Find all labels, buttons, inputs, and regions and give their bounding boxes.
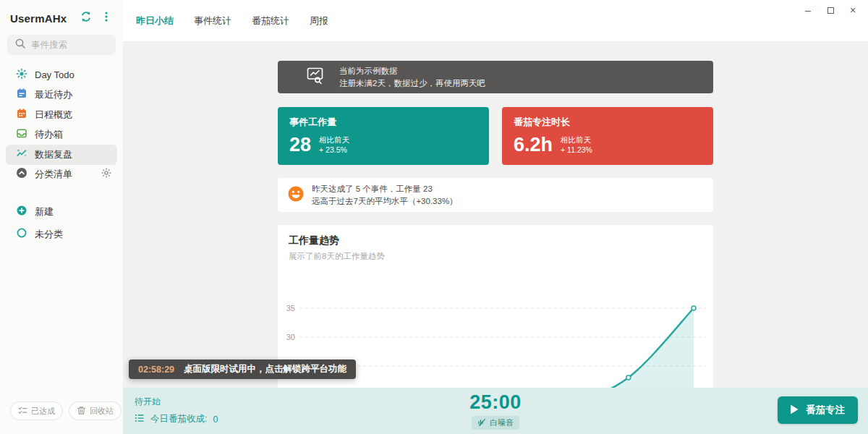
tabs-bar: 昨日小结 事件统计 番茄统计 周报 – × [123,0,868,41]
sidebar-item-label: 待办箱 [35,128,63,141]
plus-circle-icon [16,205,27,219]
sample-data-banner: 当前为示例数据 注册未满2天，数据过少，再使用两天吧 [278,61,713,93]
tab-pomodoro-stats[interactable]: 番茄统计 [250,12,291,30]
trash-icon [77,406,86,417]
sidebar-item-label: 最近待办 [35,88,72,101]
tab-event-stats[interactable]: 事件统计 [192,12,233,30]
summary-card: 昨天达成了 5 个事件，工作量 23 远高于过去7天的平均水平（+30.33%） [278,178,713,212]
sun-icon [16,68,27,82]
play-icon [791,404,799,417]
calendar-orange-icon [16,108,27,122]
sidebar-header: UsermAHx [0,0,123,25]
trial-message: 桌面版限时试用中，点击解锁跨平台功能 [184,363,346,375]
white-noise-toggle[interactable]: 白噪音 [472,416,519,430]
sidebar-categories: 新建 未分类 [0,200,123,245]
category-item-label: 新建 [35,205,54,218]
sidebar-item-label: 分类清单 [35,168,72,181]
sidebar-item-day-todo[interactable]: Day Todo [6,65,117,85]
smiley-icon [288,186,304,205]
close-button[interactable]: × [848,5,858,15]
app-title: UsermAHx [10,12,72,25]
kebab-menu-icon [101,11,112,25]
checklist-icon [18,406,27,417]
app-window: UsermAHx Day Todo [0,0,868,434]
harvest-count: 0 [213,414,218,425]
harvest-label: 今日番茄收成: [150,413,207,425]
tab-weekly-report[interactable]: 周报 [308,12,330,30]
maximize-button[interactable] [825,5,835,15]
start-focus-button[interactable]: 番茄专注 [778,396,858,424]
trial-countdown: 02:58:29 [138,365,174,375]
tab-yesterday-summary[interactable]: 昨日小结 [135,12,175,30]
timer-block: 25:00 白噪音 [469,391,522,430]
recycle-bin-button[interactable]: 回收站 [69,401,122,420]
calendar-blue-icon [16,88,27,102]
inbox-green-icon [16,127,27,142]
harvest-list-icon [135,413,145,425]
recycle-bin-label: 回收站 [90,406,114,417]
chart-title: 工作量趋势 [289,234,713,247]
maximize-icon [827,7,834,14]
pomodoro-bar: 待开始 今日番茄收成: 0 25:00 白噪音 番茄专注 [123,388,868,434]
white-noise-label: 白噪音 [490,417,514,428]
stat-value: 6.2h [514,135,553,155]
banner-line1: 当前为示例数据 [339,65,485,77]
sync-icon [80,11,92,25]
sidebar: UsermAHx Day Todo [0,0,123,434]
timer-display: 25:00 [469,391,522,414]
category-item-label: 未分类 [35,228,63,241]
window-controls: – × [803,0,862,20]
svg-text:35: 35 [286,304,295,312]
trend-sparkle-icon [16,148,27,162]
sidebar-footer: 已达成 回收站 [0,388,123,434]
stat-card-focus-duration: 番茄专注时长 6.2h 相比前天 + 11.23% [502,107,713,165]
sidebar-item-data-review[interactable]: 数据复盘 [6,145,117,165]
chart-magnifier-icon [305,66,325,88]
sidebar-item-label: 日程概览 [35,109,72,122]
achieved-button[interactable]: 已达成 [10,401,63,420]
achieved-label: 已达成 [31,406,55,417]
sidebar-item-label: 数据复盘 [35,148,72,161]
sidebar-item-schedule-overview[interactable]: 日程概览 [6,105,117,125]
search-input[interactable] [31,40,110,50]
sidebar-item-todo-inbox[interactable]: 待办箱 [6,125,117,145]
sidebar-item-recent-todos[interactable]: 最近待办 [6,85,117,106]
stat-card-event-workload: 事件工作量 28 相比前天 + 23.5% [278,107,489,165]
summary-line1: 昨天达成了 5 个事件，工作量 23 [312,183,458,195]
content: 当前为示例数据 注册未满2天，数据过少，再使用两天吧 事件工作量 28 相比前天… [123,61,868,434]
search-icon [14,38,26,52]
stat-compare-label: 相比前天 [561,135,592,145]
chart-subtitle: 展示了前8天的工作量趋势 [289,251,713,262]
summary-line2: 远高于过去7天的平均水平（+30.33%） [312,195,458,207]
pomodoro-status: 待开始 今日番茄收成: 0 [135,396,218,425]
sidebar-item-label: Day Todo [35,69,75,80]
sidebar-item-category-list[interactable]: 分类清单 [6,165,117,185]
circle-outline-icon [16,227,27,242]
gear-icon [101,167,112,182]
category-item-new[interactable]: 新建 [6,200,117,223]
stat-cards-row: 事件工作量 28 相比前天 + 23.5% 番茄专注时长 6.2h [278,107,713,165]
search-box[interactable] [7,35,116,55]
start-focus-label: 番茄专注 [806,404,845,417]
kebab-menu-button[interactable] [100,12,113,25]
stat-compare-value: + 23.5% [319,145,349,156]
stat-compare-label: 相比前天 [319,135,349,145]
stat-title: 番茄专注时长 [514,116,702,129]
collapse-circle-icon [16,167,27,182]
stat-value: 28 [289,135,311,155]
category-item-uncategorized[interactable]: 未分类 [6,223,117,245]
svg-text:30: 30 [286,333,295,341]
muted-sound-icon [477,418,486,428]
category-settings-button[interactable] [100,168,113,181]
stat-title: 事件工作量 [289,116,477,129]
sidebar-nav: Day Todo 最近待办 日程概览 待办箱 数据复盘 分类清单 [0,65,123,184]
stat-compare-value: + 11.23% [561,145,592,156]
banner-line2: 注册未满2天，数据过少，再使用两天吧 [339,77,485,90]
trial-unlock-tooltip[interactable]: 02:58:29 桌面版限时试用中，点击解锁跨平台功能 [129,359,356,379]
sync-button[interactable] [80,12,93,25]
main-area: 昨日小结 事件统计 番茄统计 周报 – × 当前为示例数据 注册未满2天，数据过… [123,0,868,434]
status-text: 待开始 [135,396,218,408]
minimize-button[interactable]: – [803,5,813,15]
